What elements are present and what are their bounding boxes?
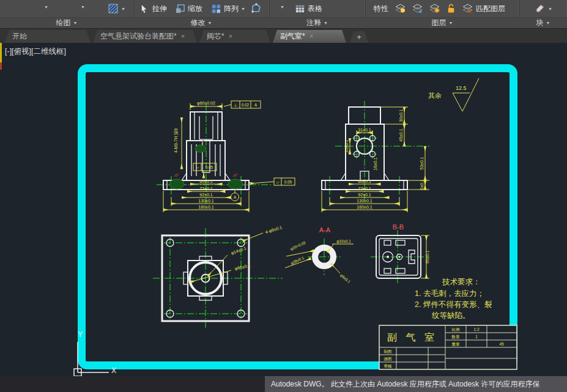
hatch-button[interactable]: ▼ [108,2,125,15]
ucs-x-label: X [111,366,116,375]
palette-sliver [0,62,2,70]
tab-assembly-drawing[interactable]: 空气悬架试验台装配图* × [93,30,197,43]
panel-label-annotate[interactable]: 注释▼ [269,17,365,28]
tech-item: 2. 焊件不得有变形、裂 [415,300,492,309]
sheet-frame [82,68,514,366]
dim-text: 60±0.1 [199,179,212,183]
dim-text: 130±0.1 [198,199,213,203]
field-label: 数量 [451,335,461,339]
block-edit-icon [534,3,546,14]
section-bb: B-B 60±0.1 [371,223,429,284]
bottom-view: 4-φ9±0.1 φ14±0.1 φ66±0.1 [153,225,283,328]
weld-symbol [228,179,243,189]
dim-text: φ20+0.02 [289,240,306,252]
scale-icon [175,4,185,14]
chevron-down-icon: ▼ [324,21,328,25]
chevron-down-icon: ▼ [449,21,453,25]
dim-text: 16±0.1 [373,157,377,170]
section-aa: A-A φ10±0.1 φ20+0.02 φ28±0.1 φ9±0.1 [285,226,354,284]
flatness-symbol: ▱ [196,165,199,169]
layer-isolate-button[interactable] [412,2,423,15]
ribbon: ▼ ▼ ▼ 绘图▼ 拉伸 缩放 阵列 ▼ [0,0,567,29]
match-layer-icon [462,3,473,14]
close-icon[interactable]: × [309,33,313,40]
polyline-icon [251,3,262,14]
close-icon[interactable]: × [181,33,185,40]
dim-text: φ60±0.02 [197,101,215,106]
dim-text: φ28±0.1 [290,255,305,265]
ribbon-panel-draw: ▼ ▼ ▼ 绘图▼ [0,0,134,28]
tolerance-datum: A [254,103,258,107]
match-layer-button[interactable]: 匹配图层 [462,2,505,15]
status-message: Autodesk DWG。 此文件上次由 Autodesk 应用程序或 Auto… [265,376,567,392]
tab-air-chamber[interactable]: 副气室* × [273,30,346,43]
drawing-canvas[interactable]: [-][俯视][二维线框] [0,43,567,376]
stretch-button[interactable]: 拉伸 [139,2,167,15]
chevron-down-icon: ▼ [546,21,550,25]
layer-lock-button[interactable] [446,2,456,15]
unlock-icon [446,3,456,14]
panel-label-draw[interactable]: 绘图▼ [0,17,133,28]
scale-button[interactable]: 缩放 [175,2,202,15]
weld-symbol [169,179,184,189]
dim-text: 92±0.1 [199,193,212,197]
block-edit-button[interactable]: ▼ [534,2,552,15]
dim-text: 53±0.1 [420,157,424,169]
ribbon-panel-modify: 拉伸 缩放 阵列 ▼ 修改▼ [133,0,270,28]
table-button[interactable]: 表格 [295,2,322,15]
layer-sun-icon [429,3,440,14]
tech-item: 1. 去毛刺，去应力； [415,289,484,298]
dim-text: 60±0.1 [358,179,371,183]
tab-valve-core[interactable]: 阀芯* × [199,30,270,43]
layer-on-button[interactable] [395,2,406,15]
roughness-value: 12.5 [456,85,467,91]
dim-text: 6±0.1 [420,179,424,190]
ribbon-panel-annotate: ▼ 表格 注释▼ [269,0,366,28]
weld-symbol [195,145,206,152]
datum-label: A [234,195,237,199]
panel-label-block[interactable]: 块▼ [519,17,567,28]
model-space[interactable]: [-][俯视][二维线框] [0,43,567,376]
dim-text: φ10±0.1 [336,239,351,244]
panel-label-modify[interactable]: 修改▼ [133,17,269,28]
front-view: φ60±0.02 ⊥ 0.02 A 4-M3-7H 深8 ▱ 0.05 A ▱ … [157,101,295,212]
dim-text: φ14±0.1 [231,246,247,256]
chevron-down-icon[interactable]: ▼ [44,5,48,9]
dim-text: 72±0.1 [199,187,212,191]
layer-arrow-icon [412,3,423,14]
chevron-down-icon: ▼ [121,7,125,11]
field-label: 描图 [384,357,392,361]
chevron-down-icon[interactable]: ▼ [81,5,85,9]
close-icon[interactable]: × [229,33,232,40]
chevron-down-icon: ▼ [208,21,212,25]
field-label: 重量 [452,342,461,346]
viewport-label[interactable]: [-][俯视][二维线框] [5,47,66,56]
flatness-symbol: ▱ [276,180,280,184]
field-label: 制图 [384,349,392,353]
title-block: 副 气 室 比例 1:2 数量 1 重量 45 制图 描图 审核 [379,325,517,369]
field-value: 1:2 [473,327,479,331]
side-view: 31±0.1 31±0.1 30±0.1 45±0.1 53±0.1 6±0.1… [322,101,429,212]
tolerance-value: 0.02 [242,103,250,107]
field-label: 审核 [384,364,393,368]
layer-bulb-icon [395,3,406,14]
chevron-down-icon[interactable]: ▼ [280,5,284,9]
dim-text: φ9±0.1 [339,273,352,284]
surface-roughness-note: 其余 12.5 [428,78,479,111]
array-button[interactable]: 阵列 ▼ [211,2,245,15]
edit-polyline-button[interactable] [251,2,262,15]
ribbon-panel-block: ▼ 块▼ [519,0,567,28]
tech-item: 纹等缺陷。 [432,311,470,320]
flatness-value: 0.05 [284,180,292,184]
tab-start[interactable]: 开始 [5,30,91,43]
section-label: A-A [319,226,331,234]
tab-label: 副气室* [280,31,305,42]
layer-freeze-button[interactable] [429,2,440,15]
thread-note: 4-M3-7H 深8 [174,128,179,153]
flatness-value: 0.05 [206,165,213,169]
new-tab-button[interactable]: + [350,31,368,43]
tolerance-symbol: ⊥ [234,103,237,107]
panel-label-layers[interactable]: 图层▼ [365,17,519,28]
tab-label: 空气悬架试验台装配图* [100,31,177,42]
field-value: 1 [475,335,478,339]
